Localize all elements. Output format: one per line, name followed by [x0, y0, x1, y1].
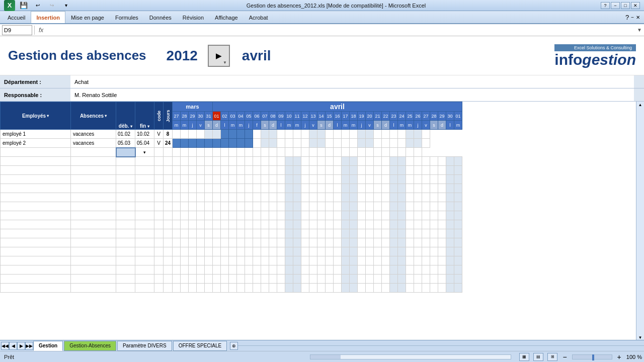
status-bar: Prêt ▦ ▤ ⊞ − + 100 % [0, 351, 644, 362]
emp1-absence: vacances [71, 130, 116, 139]
day-30: 30 [197, 112, 205, 121]
sheet-tab-scroll-left[interactable]: ◀◀ [1, 342, 9, 350]
nav-button[interactable]: ▶ ▼ [208, 45, 230, 67]
apr-day-27: 27 [422, 112, 430, 121]
apr-day-06: 06 [253, 112, 261, 121]
tab-mise-en-page[interactable]: Mise en page [65, 11, 110, 23]
zoom-slider[interactable] [572, 354, 612, 359]
dept-value: Achat [70, 75, 634, 88]
tab-revision[interactable]: Révision [177, 11, 209, 23]
formula-expand[interactable]: ▼ [637, 27, 642, 33]
sheet-tab-gestion[interactable]: Gestion [33, 341, 63, 351]
ribbon-minimize-icon[interactable]: − [631, 15, 634, 20]
deb-col-header: dèb. ▾ [116, 102, 135, 130]
sheet-tab-icon[interactable]: ⊕ [230, 342, 238, 350]
apr-day-22: 22 [382, 112, 390, 121]
dept-label: Département : [0, 79, 70, 85]
page-break-btn[interactable]: ⊞ [547, 353, 557, 361]
resp-label: Responsable : [0, 92, 70, 98]
emp2-name: employé 2 [1, 139, 71, 148]
qa-redo[interactable]: ↪ [46, 1, 57, 11]
apr-day-29: 29 [438, 112, 446, 121]
info-rows: Département : Achat Responsable : M. Ren… [0, 75, 644, 102]
sheet-tab-offre[interactable]: OFFRE SPECIALE [173, 341, 227, 351]
sheet-tab-scroll-prev[interactable]: ◀ [9, 342, 17, 350]
apr-day-25: 25 [406, 112, 414, 121]
help-btn[interactable]: ? [601, 2, 610, 9]
year-display: 2012 [167, 48, 198, 64]
tab-insertion[interactable]: Insertion [31, 11, 65, 23]
input-row: ▾ [1, 148, 462, 157]
emp2-deb: 05.03 [116, 139, 135, 148]
empty-row [1, 229, 462, 238]
apr-day-01: 01 [213, 112, 221, 121]
code-col-header: code [154, 102, 164, 130]
zoom-in-btn[interactable]: + [617, 353, 621, 361]
formula-input[interactable] [47, 26, 635, 35]
tab-acrobat[interactable]: Acrobat [244, 11, 274, 23]
day-29: 29 [189, 112, 197, 121]
apr-day-12: 12 [301, 112, 309, 121]
new-emp-name[interactable] [1, 148, 71, 157]
vertical-scrollbar[interactable]: ▲ ▼ [636, 102, 644, 340]
normal-view-btn[interactable]: ▦ [519, 353, 529, 361]
avril-header: avril [213, 102, 462, 112]
apr-day-28: 28 [430, 112, 438, 121]
apr-day-20: 20 [366, 112, 374, 121]
empty-row [1, 238, 462, 247]
empty-row [1, 265, 462, 275]
sheet-tab-parametre[interactable]: Paramètre DIVERS [117, 341, 172, 351]
empty-row [1, 211, 462, 220]
jours-col-header: Jours [164, 102, 173, 130]
apr-day-17: 17 [342, 112, 350, 121]
month-display: avril [242, 48, 271, 64]
cell-reference[interactable]: D9 [2, 25, 32, 35]
ribbon: Accueil Insertion Mise en page Formules … [0, 11, 644, 24]
sheet-header: Gestion des absences 2012 ▶ ▼ avril Exce… [0, 36, 644, 75]
logo-area: Excel Solutions & Consulting infogestion [554, 44, 636, 67]
fx-button[interactable]: fx [37, 27, 45, 34]
page-layout-btn[interactable]: ▤ [533, 353, 543, 361]
zoom-level: 100 % [626, 354, 642, 360]
emp1-name: employé 1 [1, 130, 71, 139]
help-icon[interactable]: ? [625, 14, 629, 21]
apr-day-26: 26 [414, 112, 422, 121]
emp2-fin: 05.04 [135, 139, 154, 148]
qa-dropdown[interactable]: ▾ [60, 1, 71, 11]
tab-affichage[interactable]: Affichage [209, 11, 244, 23]
zoom-out-btn[interactable]: − [562, 353, 567, 361]
apr-day-13: 13 [309, 112, 317, 121]
emp1-code: V [154, 130, 164, 139]
tab-formules[interactable]: Formules [110, 11, 144, 23]
tab-donnees[interactable]: Données [144, 11, 177, 23]
restore-btn[interactable]: □ [621, 2, 630, 9]
employee-row-1: employé 1 vacances 01.02 10.02 V 8 [1, 130, 462, 139]
sheet-tab-gestion-absences[interactable]: Gestion-Absences [64, 341, 116, 351]
empty-row [1, 166, 462, 175]
emp-col-header: Employés ▾ [1, 102, 71, 130]
empty-row [1, 220, 462, 229]
qa-save[interactable]: 💾 [18, 1, 29, 11]
scrollbar-track[interactable] [310, 354, 511, 359]
ribbon-close-icon[interactable]: ✕ [636, 15, 640, 20]
new-deb[interactable] [116, 148, 135, 157]
empty-row [1, 275, 462, 284]
fin-col-header: fin ▾ [135, 102, 154, 130]
grid-container: Employés ▾ Absences ▾ dèb. ▾ fin ▾ code … [0, 102, 644, 340]
new-fin-dropdown[interactable]: ▾ [135, 148, 154, 157]
sheet-tab-scroll-next[interactable]: ▶ [17, 342, 25, 350]
close-btn[interactable]: ✕ [631, 2, 640, 9]
spreadsheet-grid: Employés ▾ Absences ▾ dèb. ▾ fin ▾ code … [0, 102, 462, 293]
excel-logo: X [4, 0, 15, 11]
qa-undo[interactable]: ↩ [32, 1, 43, 11]
tab-accueil[interactable]: Accueil [2, 11, 31, 23]
emp2-jours: 24 [164, 139, 173, 148]
new-absence[interactable] [71, 148, 116, 157]
empty-row [1, 184, 462, 193]
day-31: 31 [205, 112, 213, 121]
apr-day-23: 23 [390, 112, 398, 121]
sheet-tab-scroll-right[interactable]: ▶▶ [25, 342, 33, 350]
minimize-btn[interactable]: − [611, 2, 620, 9]
emp2-code: V [154, 139, 164, 148]
empty-row [1, 247, 462, 256]
